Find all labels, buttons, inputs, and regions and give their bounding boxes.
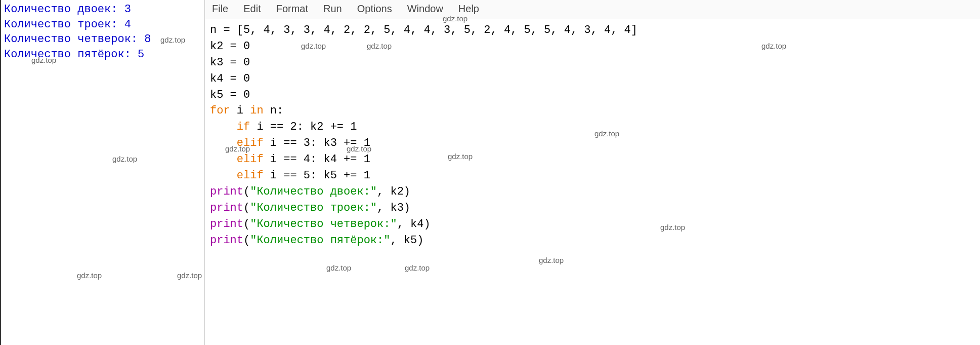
code-line: k4 = 0 [210,71,975,87]
menu-window[interactable]: Window [405,2,451,16]
code-line: elif i == 5: k5 += 1 [210,168,975,184]
editor-pane: File Edit Format Run Options Window Help… [205,0,980,345]
code-line: print("Количество троек:", k3) [210,200,975,216]
menu-run[interactable]: Run [321,2,350,16]
watermark: gdz.top [405,262,430,274]
code-line: k5 = 0 [210,87,975,103]
code-line: print("Количество четверок:", k4) [210,216,975,233]
menubar: File Edit Format Run Options Window Help [205,0,980,19]
watermark: gdz.top [539,255,564,266]
output-line: Количество четверок: 8 [4,32,201,47]
code-line: n = [5, 4, 3, 3, 4, 2, 2, 5, 4, 4, 3, 5,… [210,22,975,39]
menu-edit[interactable]: Edit [241,2,269,16]
menu-format[interactable]: Format [274,2,316,16]
output-line: Количество троек: 4 [4,17,201,32]
watermark: gdz.top [77,271,102,280]
code-editor[interactable]: n = [5, 4, 3, 3, 4, 2, 2, 5, 4, 4, 3, 5,… [205,19,980,345]
code-line: for i in n: [210,103,975,119]
code-line: print("Количество пятёрок:", k5) [210,233,975,249]
code-line: if i == 2: k2 += 1 [210,119,975,135]
code-line: elif i == 3: k3 += 1 [210,135,975,151]
watermark: gdz.top [326,262,351,274]
shell-output-pane: Количество двоек: 3 Количество троек: 4 … [0,0,205,345]
code-line: k2 = 0 [210,39,975,55]
code-line: elif i == 4: k4 += 1 [210,151,975,168]
watermark: gdz.top [112,155,137,163]
menu-options[interactable]: Options [355,2,400,16]
code-line: k3 = 0 [210,55,975,71]
code-line: print("Количество двоек:", k2) [210,184,975,200]
menu-file[interactable]: File [210,2,236,16]
menu-help[interactable]: Help [456,2,487,16]
output-line: Количество пятёрок: 5 [4,47,201,62]
output-line: Количество двоек: 3 [4,2,201,17]
